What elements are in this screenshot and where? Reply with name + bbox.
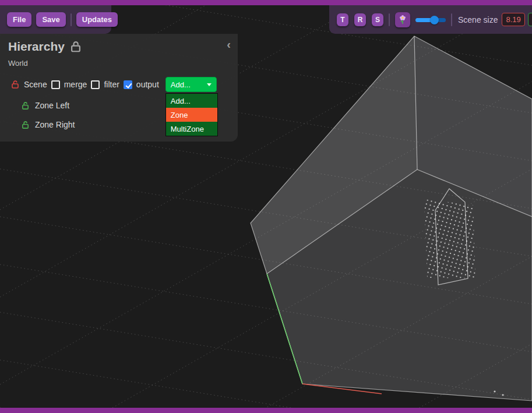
lock-icon	[69, 40, 82, 53]
panel-title: Hierarchy	[8, 40, 65, 54]
toolbar-right: T R S Scene size 8.19 2	[329, 5, 532, 34]
scene-size-label: Scene size	[458, 15, 498, 24]
hierarchy-panel: ‹ Hierarchy World Scene merge filter out…	[0, 34, 238, 142]
toolbar-separator	[71, 13, 72, 26]
add-select-value: Add...	[171, 80, 191, 89]
unlock-icon-green[interactable]	[21, 121, 30, 129]
unlock-icon-red[interactable]	[10, 80, 20, 89]
scale-button[interactable]: S	[372, 13, 383, 26]
zone-left-label[interactable]: Zone Left	[35, 101, 69, 110]
dropdown-option-add[interactable]: Add...	[166, 94, 217, 108]
toolbar-left: File Save Updates	[0, 5, 111, 34]
rotate-button[interactable]: R	[354, 13, 366, 26]
scene-bounds-box	[251, 36, 532, 401]
translate-button[interactable]: T	[337, 13, 348, 26]
tree-row-scene: Scene merge filter output Add... Add... …	[0, 76, 238, 93]
flower-button[interactable]	[395, 12, 410, 27]
add-dropdown-menu: Add... Zone MultiZone	[165, 93, 218, 136]
toolbar-separator	[389, 13, 390, 26]
toolbar-separator	[451, 13, 452, 26]
scene-size-value-2[interactable]: 2	[528, 13, 532, 26]
dropdown-option-multizone[interactable]: MultiZone	[166, 122, 217, 136]
viewport-slider[interactable]	[415, 15, 446, 24]
zone-right-label[interactable]: Zone Right	[35, 120, 75, 129]
save-button[interactable]: Save	[36, 12, 65, 27]
bottom-accent-strip	[0, 408, 532, 413]
output-label: output	[136, 80, 159, 89]
unlock-icon-green[interactable]	[21, 101, 30, 110]
chevron-down-icon	[207, 83, 212, 86]
world-root-label: World	[0, 59, 238, 68]
slider-handle[interactable]	[430, 16, 439, 24]
merge-checkbox[interactable]	[51, 80, 60, 89]
filter-checkbox[interactable]	[91, 80, 100, 89]
file-button[interactable]: File	[7, 12, 31, 27]
filter-label: filter	[104, 80, 119, 89]
top-accent-strip	[0, 0, 532, 5]
scene-node-label[interactable]: Scene	[24, 80, 47, 89]
flower-icon	[397, 15, 408, 25]
collapse-panel-button[interactable]: ‹	[227, 38, 231, 50]
output-checkbox[interactable]	[124, 80, 132, 89]
add-dropdown-select[interactable]: Add... Add... Zone MultiZone	[165, 77, 217, 92]
updates-button[interactable]: Updates	[76, 12, 118, 27]
merge-label: merge	[64, 80, 87, 89]
dropdown-option-zone[interactable]: Zone	[166, 108, 217, 122]
scene-size-value[interactable]: 8.19	[502, 13, 524, 26]
